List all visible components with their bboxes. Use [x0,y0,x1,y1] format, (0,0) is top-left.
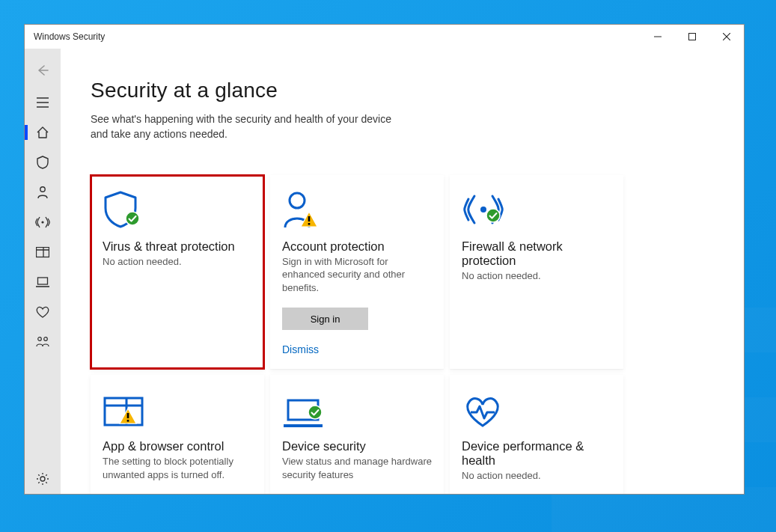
svg-point-5 [38,337,42,341]
family-icon [35,336,50,348]
sidebar-item-virus[interactable] [25,147,61,177]
card-device-health[interactable]: Device performance & health No action ne… [450,375,623,494]
svg-point-13 [486,209,500,222]
card-desc: No action needed. [462,269,611,283]
health-card-icon-wrap [462,387,611,429]
card-title: Device performance & health [462,439,611,468]
ok-badge-icon [486,208,501,223]
card-device-security[interactable]: Device security View status and manage h… [270,375,444,494]
warn-badge-icon [119,408,137,424]
sidebar-item-home[interactable] [25,117,61,147]
sidebar-item-device-security[interactable] [25,267,61,297]
svg-point-2 [41,221,43,223]
card-title: Device security [282,439,432,453]
hamburger-icon [37,97,49,108]
svg-rect-11 [308,223,311,225]
sidebar-item-health[interactable] [25,297,61,327]
sidebar-item-app-browser[interactable] [25,237,61,267]
svg-point-18 [308,406,322,419]
browser-icon [36,247,49,258]
back-button[interactable] [25,53,61,88]
page-subheading: See what's happening with the security a… [91,111,405,142]
signin-button[interactable]: Sign in [282,308,368,330]
sidebar-item-family[interactable] [25,327,61,357]
sidebar [25,49,61,494]
svg-point-6 [44,337,48,341]
firewall-card-icon-wrap [462,187,611,229]
svg-rect-10 [308,216,311,221]
svg-rect-4 [38,278,48,284]
app-window: Windows Security [24,24,745,495]
window-controls [641,25,744,49]
page-title: Security at a glance [91,79,744,103]
card-virus-threat[interactable]: Virus & threat protection No action need… [91,175,264,370]
close-icon [723,33,730,40]
card-title: Virus & threat protection [103,239,252,254]
svg-rect-15 [127,413,129,418]
ok-badge-icon [125,211,140,226]
account-card-icon-wrap [282,187,432,229]
card-app-browser[interactable]: App & browser control The setting to blo… [91,375,264,494]
network-icon [35,216,50,228]
sidebar-item-settings[interactable] [25,464,61,494]
back-arrow-icon [35,63,50,78]
dismiss-link[interactable]: Dismiss [282,343,432,355]
sidebar-item-account[interactable] [25,177,61,207]
titlebar: Windows Security [25,25,744,49]
maximize-icon [688,33,696,40]
svg-point-7 [40,477,45,481]
svg-rect-0 [689,34,696,40]
maximize-button[interactable] [675,25,709,49]
laptop-icon [36,277,49,288]
card-title: Account protection [282,239,432,254]
virus-card-icon-wrap [103,187,252,229]
svg-point-8 [126,212,139,225]
card-desc: Sign in with Microsoft for enhanced secu… [282,255,432,295]
card-title: Firewall & network protection [462,239,611,268]
svg-point-9 [290,193,305,208]
window-title: Windows Security [34,31,105,42]
hamburger-button[interactable] [25,88,61,117]
svg-point-1 [40,187,45,192]
card-firewall[interactable]: Firewall & network protection No action … [450,175,623,370]
gear-icon [36,472,49,486]
home-icon [36,126,49,139]
card-desc: View status and manage hardware security… [282,455,432,481]
card-title: App & browser control [103,439,252,453]
card-desc: The setting to block potentially unwante… [103,455,252,481]
close-button[interactable] [709,25,744,49]
main-content: Security at a glance See what's happenin… [61,49,744,494]
ok-badge-icon [308,405,323,420]
card-desc: No action needed. [103,255,252,269]
svg-rect-16 [127,420,129,422]
shield-icon [37,156,49,169]
minimize-icon [654,33,662,40]
heart-icon [35,306,50,318]
card-account-protection[interactable]: Account protection Sign in with Microsof… [270,175,444,370]
card-desc: No action needed. [462,469,611,483]
warn-badge-icon [300,211,318,227]
appbrowser-card-icon-wrap [103,387,252,429]
minimize-button[interactable] [641,25,675,49]
heart-large-icon [462,396,504,429]
person-icon [37,186,49,199]
sidebar-item-firewall[interactable] [25,207,61,237]
svg-rect-3 [37,247,49,257]
devicesec-card-icon-wrap [282,387,432,429]
card-grid: Virus & threat protection No action need… [91,175,744,494]
